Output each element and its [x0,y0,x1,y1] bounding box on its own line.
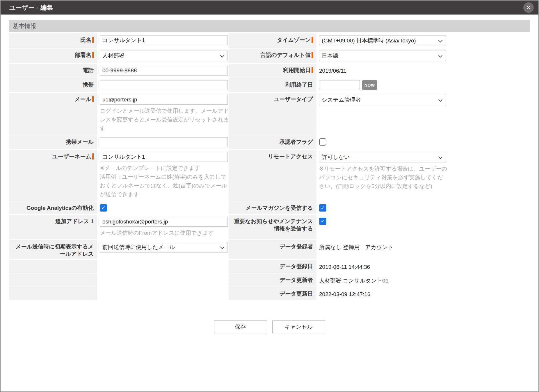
start-date-value: 2019/06/11 [319,66,530,75]
form-row: 部署名 人材部署 言語のデフォルト値 日本語 [9,49,530,63]
important-news-label: 重要なお知らせやメンテナンス情報を受信する [229,215,316,239]
mail-magazine-checkbox[interactable]: ✓ [319,204,326,212]
extra-address1-input[interactable] [100,217,228,227]
default-mail-address-label: メール送信時に初期表示するメールアドレス [9,240,97,259]
updated-at-value: 2022-03-09 12:47:16 [319,289,530,298]
section-header-basic-info: 基本情報 [9,20,530,32]
dialog-footer: 保存 キャンセル [9,321,530,333]
approver-flag-checkbox[interactable] [319,138,326,146]
mobile-label: 携帯 [9,78,97,92]
created-by-value: 所属なし 登録用 アカウント [319,242,530,251]
required-marker [312,67,313,73]
form-row: ユーザーネーム ※メールのテンプレートに設定できます 活用例：ユーザーネームに姓… [9,150,530,201]
form-row: 携帯メール 承認者フラグ [9,135,530,149]
check-icon: ✓ [321,205,325,211]
dialog-titlebar: ユーザー - 編集 ✕ [1,1,538,15]
remote-access-label: リモートアクセス [229,150,316,201]
form-row: 携帯 利用終了日 NOW [9,78,530,92]
timezone-label: タイムゾーン [229,33,316,48]
updated-by-value: 人材部署 コンサルタント01 [319,275,530,284]
required-marker [92,37,94,43]
chevron-down-icon [438,38,442,42]
created-at-label: データ登録日 [229,260,316,273]
language-label: 言語のデフォルト値 [229,49,316,63]
close-button[interactable]: ✕ [523,2,534,13]
mail-magazine-label: メールマガジンを受信する [229,201,316,214]
now-button[interactable]: NOW [362,80,377,90]
empty-label-cell [9,287,97,300]
form-row: 氏名 タイムゾーン (GMT+09:00) 日本標準時 (Asia/Tokyo) [9,33,530,48]
close-icon: ✕ [526,5,531,11]
username-label: ユーザーネーム [9,150,97,201]
remote-access-help-text: ※リモートアクセスを許可する場合は、ユーザーのパソコンにセキュリティ対策を必ず実… [319,164,448,191]
updated-at-label: データ更新日 [229,287,316,300]
form-row: メール送信時に初期表示するメールアドレス 前回送信時に使用したメール データ登録… [9,240,530,259]
form-row: 追加アドレス 1 メール送信時のFromアドレスに使用できます 重要なお知らせや… [9,215,530,239]
empty-label-cell [9,273,97,287]
updated-by-label: データ更新者 [229,273,316,287]
default-mail-address-select[interactable]: 前回送信時に使用したメール [100,242,228,253]
language-select[interactable]: 日本語 [319,51,446,61]
form-row: データ更新日 2022-03-09 12:47:16 [9,287,530,300]
name-label: 氏名 [9,33,97,48]
username-help-text-2: 活用例：ユーザーネームに姓(苗字)のみを入力しておくとフルネームではなく、姓(苗… [100,173,230,199]
required-marker [312,52,313,58]
email-input[interactable] [100,95,228,105]
check-icon: ✓ [101,205,105,211]
chevron-down-icon [438,98,442,102]
department-select[interactable]: 人材部署 [100,51,228,61]
dialog-body: 基本情報 氏名 タイムゾーン (GMT+09:00) 日本標準時 (Asia/T… [1,15,538,333]
check-icon: ✓ [321,218,325,224]
email-label: メール [9,93,97,135]
chevron-down-icon [220,53,224,58]
mobile-email-input[interactable] [100,137,228,147]
empty-label-cell [9,260,97,273]
approver-flag-label: 承認者フラグ [229,135,316,149]
email-help-text: ログインとメール送受信で使用します。メールアドレスを変更するとメール受信設定がリ… [100,107,230,133]
name-input[interactable] [100,35,228,45]
mobile-input[interactable] [100,80,228,90]
ga-label: Google Analyticsの有効化 [9,201,97,214]
chevron-down-icon [438,53,442,58]
remote-access-select[interactable]: 許可しない [319,152,446,162]
dialog-title: ユーザー - 編集 [9,3,523,12]
form-row: 電話 利用開始日 2019/06/11 [9,64,530,78]
created-at-value: 2019-06-11 14:44:36 [319,262,530,271]
start-date-label: 利用開始日 [229,64,316,78]
phone-label: 電話 [9,64,97,78]
form-row: データ登録日 2019-06-11 14:44:36 [9,260,530,273]
required-marker [92,52,94,58]
form-row: Google Analyticsの有効化 ✓ メールマガジンを受信する ✓ [9,201,530,214]
extra-address1-label: 追加アドレス 1 [9,215,97,239]
department-label: 部署名 [9,49,97,63]
save-button[interactable]: 保存 [214,321,267,333]
username-help-text-1: ※メールのテンプレートに設定できます [100,164,230,173]
extra-address1-help-text: メール送信時のFromアドレスに使用できます [100,229,230,237]
required-marker [92,153,94,160]
timezone-select[interactable]: (GMT+09:00) 日本標準時 (Asia/Tokyo) [319,35,446,46]
chevron-down-icon [220,245,224,249]
required-marker [312,37,313,43]
form-row: データ更新者 人材部署 コンサルタント01 [9,273,530,287]
chevron-down-icon [438,155,442,159]
user-type-select[interactable]: システム管理者 [319,95,446,105]
created-by-label: データ登録者 [229,240,316,259]
cancel-button[interactable]: キャンセル [272,321,325,333]
form-row: メール ログインとメール送受信で使用します。メールアドレスを変更するとメール受信… [9,93,530,135]
required-marker [92,96,94,102]
user-edit-dialog: ユーザー - 編集 ✕ 基本情報 氏名 タイムゾーン (GMT+09:00) 日… [0,0,539,392]
username-input[interactable] [100,152,228,162]
user-type-label: ユーザータイプ [229,93,316,135]
end-date-label: 利用終了日 [229,78,316,92]
important-news-checkbox[interactable]: ✓ [319,218,326,225]
ga-checkbox[interactable]: ✓ [100,204,107,212]
end-date-input[interactable] [319,80,360,90]
mobile-email-label: 携帯メール [9,135,97,149]
phone-input[interactable] [100,66,228,76]
